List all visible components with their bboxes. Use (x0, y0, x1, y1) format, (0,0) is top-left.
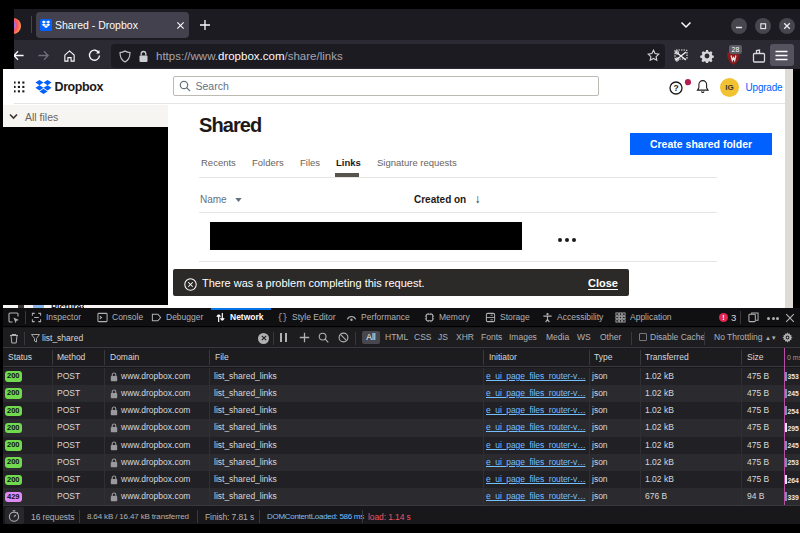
svg-text:?: ? (673, 83, 678, 93)
svg-text:{}: {} (278, 313, 288, 322)
